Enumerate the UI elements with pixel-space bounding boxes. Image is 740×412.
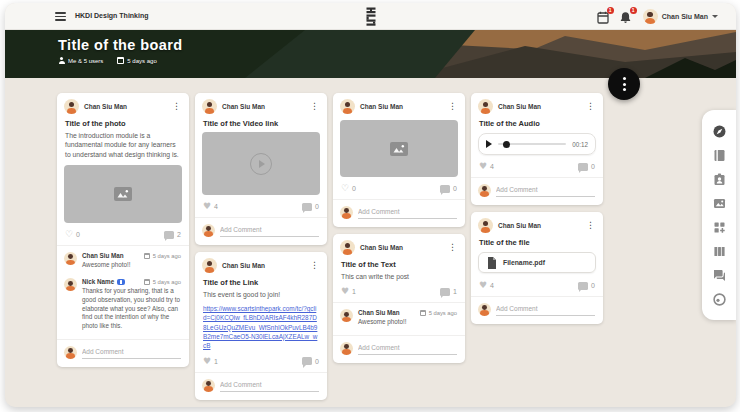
user-menu[interactable]: Chan Siu Man bbox=[643, 9, 718, 24]
heart-outline-icon: ♡ bbox=[65, 230, 73, 239]
avatar bbox=[64, 346, 77, 359]
comment-count: 0 bbox=[315, 358, 319, 365]
comment-count-button[interactable]: 0 bbox=[302, 357, 319, 365]
post-author: Chan Siu Man bbox=[498, 103, 580, 110]
more-options-icon[interactable]: ⋮ bbox=[447, 243, 458, 252]
more-options-icon[interactable]: ⋮ bbox=[585, 221, 596, 230]
chat-icon[interactable] bbox=[702, 263, 736, 287]
file-name: Filename.pdf bbox=[503, 259, 545, 266]
post-title: Title of the Audio bbox=[471, 119, 603, 131]
play-button[interactable] bbox=[250, 153, 272, 175]
add-comment-input[interactable] bbox=[358, 206, 457, 219]
user-role-badge-icon bbox=[117, 279, 125, 286]
comment-date: 5 days ago bbox=[144, 279, 181, 285]
file-attachment[interactable]: Filename.pdf bbox=[478, 252, 596, 273]
explore-icon[interactable] bbox=[702, 119, 736, 143]
comment-icon bbox=[302, 203, 312, 211]
photo-placeholder bbox=[64, 165, 182, 223]
like-count: 1 bbox=[352, 288, 356, 295]
topbar-right: 1 1 Chan Siu Man bbox=[597, 3, 718, 30]
comment-count: 0 bbox=[453, 185, 457, 192]
comment-count-button[interactable]: 0 bbox=[302, 203, 319, 211]
bell-icon bbox=[620, 11, 631, 24]
like-count: 4 bbox=[214, 203, 218, 210]
slider-handle[interactable] bbox=[503, 141, 510, 148]
like-count: 4 bbox=[490, 163, 494, 170]
add-comment-input[interactable] bbox=[496, 184, 595, 197]
like-count: 4 bbox=[490, 282, 494, 289]
like-button[interactable]: ♥ 1 bbox=[341, 287, 356, 296]
like-count: 1 bbox=[214, 358, 218, 365]
avatar bbox=[64, 278, 77, 291]
avatar bbox=[202, 258, 217, 273]
like-button[interactable]: ♡ 0 bbox=[65, 230, 80, 239]
column-3: Chan Siu Man ⋮ ♡ 0 0 bbox=[333, 93, 465, 363]
post-link[interactable]: https://www.scartsinthepark.com/tc/?gcli… bbox=[195, 304, 327, 355]
avatar bbox=[478, 218, 493, 233]
user-name: Chan Siu Man bbox=[662, 13, 708, 20]
add-comment-input[interactable] bbox=[220, 379, 319, 392]
comment-author: Chan Siu Man bbox=[82, 252, 124, 259]
like-count: 0 bbox=[352, 185, 356, 192]
comment-count-button[interactable]: 0 bbox=[578, 163, 595, 171]
avatar bbox=[340, 342, 353, 355]
comment-count-button[interactable]: 0 bbox=[440, 185, 457, 193]
menu-icon[interactable] bbox=[55, 12, 66, 21]
calendar-button[interactable]: 1 bbox=[597, 10, 610, 24]
board-age: 5 days ago bbox=[117, 57, 156, 64]
play-button[interactable] bbox=[486, 140, 492, 148]
like-button[interactable]: ♡ 0 bbox=[341, 184, 356, 193]
user-circle-icon[interactable] bbox=[702, 287, 736, 311]
banner-text: Title of the board Me & 5 users 5 days a… bbox=[58, 37, 183, 64]
add-comment-row bbox=[333, 336, 465, 363]
notifications-button[interactable]: 1 bbox=[620, 10, 633, 24]
post-card-file: Chan Siu Man ⋮ Title of the file Filenam… bbox=[471, 212, 603, 324]
like-button[interactable]: ♥ 1 bbox=[203, 357, 218, 366]
audio-seek-slider[interactable] bbox=[498, 143, 566, 145]
avatar bbox=[64, 99, 79, 114]
board-actions-fab[interactable] bbox=[608, 68, 640, 100]
calendar-icon bbox=[420, 310, 427, 316]
post-title: Title of the photo bbox=[57, 119, 189, 131]
add-comment-row bbox=[57, 340, 189, 367]
heart-icon: ♥ bbox=[479, 281, 487, 290]
like-button[interactable]: ♥ 4 bbox=[203, 202, 218, 211]
more-options-icon[interactable]: ⋮ bbox=[309, 261, 320, 270]
hkdi-logo-icon bbox=[364, 7, 377, 31]
notebook-icon[interactable] bbox=[702, 143, 736, 167]
add-comment-input[interactable] bbox=[82, 346, 181, 359]
avatar bbox=[202, 224, 215, 237]
user-avatar bbox=[643, 9, 658, 24]
columns-view-icon[interactable] bbox=[702, 239, 736, 263]
more-options-icon[interactable]: ⋮ bbox=[585, 102, 596, 111]
photo-library-icon[interactable] bbox=[702, 191, 736, 215]
comment-count-button[interactable]: 2 bbox=[164, 231, 181, 239]
comment-count-button[interactable]: 1 bbox=[440, 288, 457, 296]
id-badge-icon[interactable] bbox=[702, 167, 736, 191]
add-comment-row bbox=[471, 178, 603, 205]
audio-time: 00:12 bbox=[572, 141, 588, 148]
post-card-audio: Chan Siu Man ⋮ Title of the Audio 00:12 … bbox=[471, 93, 603, 205]
add-comment-input[interactable] bbox=[496, 303, 595, 316]
post-card-video: Chan Siu Man ⋮ Title of the Video link ♥… bbox=[195, 93, 327, 245]
more-options-icon[interactable]: ⋮ bbox=[171, 102, 182, 111]
photo-placeholder bbox=[340, 120, 458, 177]
add-comment-row bbox=[333, 200, 465, 227]
add-widget-icon[interactable] bbox=[702, 215, 736, 239]
comment-icon bbox=[164, 231, 174, 239]
top-bar: HKDI Design Thinking 1 bbox=[5, 3, 736, 30]
more-options-icon[interactable]: ⋮ bbox=[309, 102, 320, 111]
chevron-down-icon bbox=[712, 15, 718, 18]
like-button[interactable]: ♥ 4 bbox=[479, 162, 494, 171]
more-options-icon[interactable]: ⋮ bbox=[447, 102, 458, 111]
add-comment-input[interactable] bbox=[358, 342, 457, 355]
comment-count-button[interactable]: 0 bbox=[578, 282, 595, 290]
avatar bbox=[64, 252, 77, 265]
avatar bbox=[202, 379, 215, 392]
comment-icon bbox=[578, 282, 588, 290]
like-button[interactable]: ♥ 4 bbox=[479, 281, 494, 290]
add-comment-input[interactable] bbox=[220, 224, 319, 237]
post-card-image: Chan Siu Man ⋮ ♡ 0 0 bbox=[333, 93, 465, 227]
comment-text: Thanks for your sharing, that is a good … bbox=[82, 287, 181, 331]
column-1: Chan Siu Man ⋮ Title of the photo The in… bbox=[57, 93, 189, 367]
